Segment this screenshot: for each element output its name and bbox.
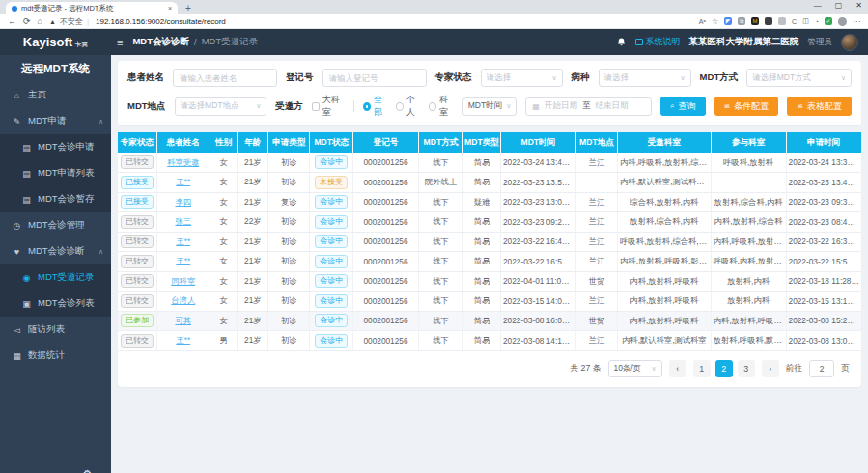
cell-reg-no: 0002001256	[353, 311, 419, 331]
system-help-link[interactable]: 系统说明	[635, 36, 681, 48]
maximize-button[interactable]: ▢	[835, 1, 843, 10]
extension-icon-1[interactable]: ◤	[724, 17, 732, 25]
browser-tab[interactable]: mdt受邀记录 - 远程MDT系统 ×	[6, 2, 178, 14]
browser-menu-icon[interactable]: ⋯	[853, 17, 860, 26]
big-dept-checkbox[interactable]: 大科室	[312, 94, 345, 119]
reg-no-input[interactable]	[322, 69, 427, 87]
cell-apply-type: 初诊	[268, 311, 310, 331]
extension-icon-7[interactable]: ✓	[825, 17, 832, 25]
patient-name-link[interactable]: 王**	[176, 177, 190, 186]
url-text[interactable]: 192.168.0.156:9002/consultate/record	[96, 17, 692, 26]
patient-name-input[interactable]	[173, 69, 277, 87]
cell-mdt-location: 兰江	[575, 252, 617, 272]
bell-icon[interactable]	[616, 37, 627, 47]
refresh-icon[interactable]: C	[792, 18, 797, 25]
cell-reg-no: 0002001256	[353, 212, 419, 233]
disease-select[interactable]: 请选择∨	[599, 69, 691, 87]
sidebar-collapse-icon[interactable]: ≡	[117, 37, 123, 48]
tab-close-icon[interactable]: ×	[168, 5, 172, 12]
sidebar-item[interactable]: ♥MDT会诊诊断∧	[0, 238, 111, 264]
minimize-button[interactable]: —	[814, 1, 822, 10]
text-size-icon[interactable]: Aᵃ	[699, 18, 706, 25]
sidebar-item[interactable]: ◉MDT受邀记录	[0, 264, 111, 291]
condition-config-button[interactable]: ≌条件配置	[714, 97, 779, 116]
user-avatar[interactable]	[841, 34, 858, 51]
next-page-button[interactable]: ›	[762, 360, 779, 377]
security-badge[interactable]: ▲ 不安全 |	[49, 16, 89, 27]
time-type-select[interactable]: MDT时间∨	[462, 97, 518, 116]
browser-profile-avatar[interactable]	[838, 17, 847, 26]
table-row: 已接受李四女21岁复诊会诊中0002001256线下疑难2022-03-23 1…	[118, 192, 861, 212]
patient-name-link[interactable]: 科室受邀	[167, 157, 199, 167]
cell-apply-time: 2022-03-23 08:49:53	[786, 212, 861, 233]
patient-name-link[interactable]: 台湾人	[171, 295, 195, 305]
close-button[interactable]: ✕	[855, 1, 862, 10]
extension-icon-6[interactable]: ◔	[815, 18, 819, 25]
mdt-method-select[interactable]: 请选择MDT方式∨	[746, 69, 852, 87]
invitee-radio-个人[interactable]: 个人	[396, 94, 420, 119]
gear-icon[interactable]: ⚙	[83, 468, 92, 473]
home-icon[interactable]: ⌂	[38, 16, 42, 26]
cell-invited-depts: 内科,放射科,呼吸科	[618, 311, 712, 331]
sidebar-item[interactable]: ▤MDT会诊暂存	[0, 186, 111, 212]
invitee-radio-科室[interactable]: 科室	[429, 94, 453, 119]
cell-mdt-type: 简易	[463, 252, 501, 272]
cell-patient-name: 王**	[156, 232, 210, 252]
extension-icon-2[interactable]: ⧉	[738, 17, 745, 25]
cell-age: 21岁	[238, 153, 268, 173]
search-button[interactable]: ⌕查询	[660, 97, 705, 116]
extension-icon-5[interactable]	[778, 17, 786, 25]
sidebar-item[interactable]: ◅随访列表	[0, 317, 111, 343]
extension-icon-4[interactable]	[765, 17, 772, 25]
table-header-row: 专家状态患者姓名性别年龄申请类型MDT状态登记号MDT方式MDT类型MDT时间M…	[118, 132, 861, 153]
patient-name-link[interactable]: 王**	[176, 236, 190, 246]
expert-status-tag: 已接受	[121, 176, 154, 189]
sidebar-item-label: MDT会诊列表	[38, 297, 95, 310]
extension-icon-3[interactable]: M	[751, 17, 759, 25]
expert-status-label: 专家状态	[435, 71, 472, 84]
goto-page-input[interactable]	[809, 360, 834, 377]
patient-name-link[interactable]: 可其	[175, 316, 191, 325]
calendar-icon: ▦	[532, 102, 540, 111]
sliders-icon: ≌	[797, 102, 803, 111]
page-button-1[interactable]: 1	[693, 360, 711, 377]
user-role[interactable]: 管理员	[808, 37, 833, 48]
patient-name-link[interactable]: 张三	[175, 216, 191, 226]
expert-status-select[interactable]: 请选择∨	[481, 69, 563, 87]
patient-name-link[interactable]: 李四	[175, 197, 191, 207]
page-size-select[interactable]: 10条/页∨	[608, 360, 662, 377]
prev-page-button[interactable]: ‹	[669, 360, 686, 377]
sidebar-item[interactable]: ✎MDT申请∧	[0, 108, 111, 134]
cell-mdt-method: 线下	[418, 292, 462, 312]
new-tab-button[interactable]: +	[185, 3, 191, 14]
favorite-star-icon[interactable]: ☆	[712, 17, 718, 26]
mdt-location-select[interactable]: 请选择MDT地点∨	[175, 97, 267, 116]
split-screen-icon[interactable]: ◫	[802, 17, 809, 25]
patient-name-link[interactable]: 同科室	[171, 276, 195, 286]
sidebar-item-label: MDT申请列表	[38, 167, 95, 180]
sidebar-item[interactable]: ▦数据统计	[0, 343, 111, 369]
cell-age: 21岁	[238, 331, 268, 351]
sidebar-item[interactable]: ▣MDT会诊列表	[0, 291, 111, 317]
user-icon: ◉	[21, 273, 32, 283]
sidebar-menu: ⌂主页✎MDT申请∧▤MDT会诊申请▤MDT申请列表▤MDT会诊暂存◷MDT会诊…	[0, 82, 111, 369]
date-range-picker[interactable]: ▦ 开始日期 至 结束日期	[525, 97, 652, 116]
cell-participating-depts: 内科,放射科,综合科	[711, 212, 786, 233]
invitee-radio-全部[interactable]: 全部	[363, 94, 387, 119]
sidebar-item[interactable]: ▤MDT会诊申请	[0, 134, 111, 160]
sidebar-item[interactable]: ▤MDT申请列表	[0, 160, 111, 186]
reload-icon[interactable]: ⟳	[23, 16, 31, 26]
cell-mdt-type: 简易	[463, 331, 501, 351]
back-icon[interactable]: ←	[8, 16, 16, 26]
sidebar-item[interactable]: ◷MDT会诊管理	[0, 212, 111, 238]
table-config-button[interactable]: ≌表格配置	[787, 97, 852, 116]
cell-gender: 男	[210, 331, 238, 351]
patient-name-link[interactable]: 王**	[176, 256, 190, 265]
patient-name-link[interactable]: 王**	[176, 335, 190, 345]
page-button-3[interactable]: 3	[738, 360, 755, 377]
breadcrumb-section[interactable]: MDT会诊诊断	[132, 36, 189, 48]
page-button-2[interactable]: 2	[715, 360, 733, 377]
cell-age: 21岁	[238, 292, 268, 312]
sidebar-item-label: 数据统计	[28, 349, 65, 362]
sidebar-item[interactable]: ⌂主页	[0, 82, 111, 108]
